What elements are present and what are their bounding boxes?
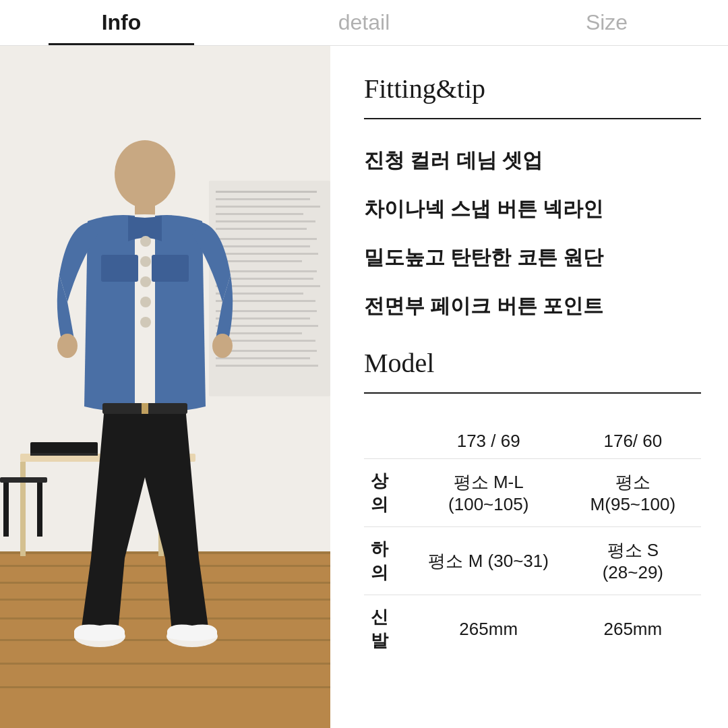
svg-point-57 <box>212 334 233 358</box>
svg-point-55 <box>140 317 151 328</box>
model-title: Model <box>364 347 701 379</box>
svg-rect-33 <box>216 260 302 262</box>
svg-rect-9 <box>0 663 330 665</box>
svg-rect-15 <box>3 483 9 537</box>
tab-info[interactable]: Info <box>0 0 243 45</box>
tab-navigation: Info detail Size <box>0 0 728 46</box>
svg-rect-49 <box>101 255 138 282</box>
fitting-item-4: 전면부 페이크 버튼 포인트 <box>364 292 701 320</box>
svg-rect-29 <box>216 228 307 230</box>
tab-size[interactable]: Size <box>485 0 728 45</box>
model-table-header: 173 / 69 176/ 60 <box>364 421 701 459</box>
svg-rect-5 <box>0 582 330 584</box>
table-row: 상의 평소 M-L (100~105) 평소 M(95~100) <box>364 459 701 527</box>
svg-rect-10 <box>0 686 330 688</box>
svg-rect-18 <box>30 453 98 456</box>
svg-point-51 <box>140 236 151 247</box>
svg-rect-17 <box>30 442 98 454</box>
svg-point-52 <box>140 256 151 267</box>
tab-detail[interactable]: detail <box>243 0 485 45</box>
svg-rect-4 <box>0 565 330 567</box>
row-1-col2: 평소 M(95~100) <box>565 459 701 527</box>
tab-size-label: Size <box>586 10 628 35</box>
svg-point-54 <box>140 297 151 307</box>
model-divider <box>364 392 701 394</box>
svg-rect-45 <box>216 357 310 359</box>
svg-rect-50 <box>152 255 189 282</box>
svg-rect-12 <box>20 462 26 556</box>
row-1-col1: 평소 M-L (100~105) <box>413 459 565 527</box>
svg-rect-59 <box>142 403 148 414</box>
table-row: 하의 평소 M (30~31) 평소 S (28~29) <box>364 527 701 595</box>
svg-rect-8 <box>0 639 330 641</box>
model-section: Model 173 / 69 176/ 60 상의 평소 M-L (100~10… <box>364 347 701 663</box>
model-table: 173 / 69 176/ 60 상의 평소 M-L (100~105) 평소 … <box>364 421 701 663</box>
tab-info-label: Info <box>102 10 142 35</box>
svg-rect-46 <box>216 365 318 367</box>
row-3-col1: 265mm <box>413 595 565 663</box>
svg-rect-31 <box>216 245 310 247</box>
row-3-col2: 265mm <box>565 595 701 663</box>
fitting-section: Fitting&tip 진청 컬러 데님 셋업 차이나넥 스냅 버튼 넥라인 밀… <box>364 73 701 320</box>
svg-rect-34 <box>216 270 317 272</box>
fitting-title: Fitting&tip <box>364 73 701 104</box>
row-2-label: 하의 <box>364 527 413 595</box>
svg-rect-28 <box>216 220 315 222</box>
row-2-col2: 평소 S (28~29) <box>565 527 701 595</box>
row-2-col1: 평소 M (30~31) <box>413 527 565 595</box>
fitting-item-2: 차이나넥 스냅 버튼 넥라인 <box>364 195 701 223</box>
info-panel: Fitting&tip 진청 컬러 데님 셋업 차이나넥 스냅 버튼 넥라인 밀… <box>330 46 728 728</box>
svg-rect-25 <box>216 198 310 200</box>
svg-rect-7 <box>0 617 330 619</box>
svg-rect-32 <box>216 253 318 255</box>
fitting-item-1: 진청 컬러 데님 셋업 <box>364 146 701 175</box>
col-1-header: 173 / 69 <box>413 421 565 459</box>
svg-point-53 <box>140 276 151 287</box>
tab-detail-label: detail <box>338 10 390 35</box>
svg-point-47 <box>115 140 175 208</box>
svg-rect-16 <box>37 483 42 537</box>
svg-rect-27 <box>216 213 303 215</box>
row-3-label: 신발 <box>364 595 413 663</box>
main-content: Fitting&tip 진청 컬러 데님 셋업 차이나넥 스냅 버튼 넥라인 밀… <box>0 46 728 728</box>
col-2-header: 176/ 60 <box>565 421 701 459</box>
col-label-header <box>364 421 413 459</box>
svg-rect-30 <box>216 238 317 240</box>
svg-rect-24 <box>216 191 317 193</box>
product-image <box>0 46 330 728</box>
fitting-item-3: 밀도높고 탄탄한 코튼 원단 <box>364 243 701 272</box>
svg-rect-14 <box>0 477 47 483</box>
svg-rect-6 <box>0 599 330 601</box>
svg-point-56 <box>57 334 78 358</box>
table-row: 신발 265mm 265mm <box>364 595 701 663</box>
fitting-divider <box>364 118 701 119</box>
svg-rect-26 <box>216 206 320 208</box>
row-1-label: 상의 <box>364 459 413 527</box>
